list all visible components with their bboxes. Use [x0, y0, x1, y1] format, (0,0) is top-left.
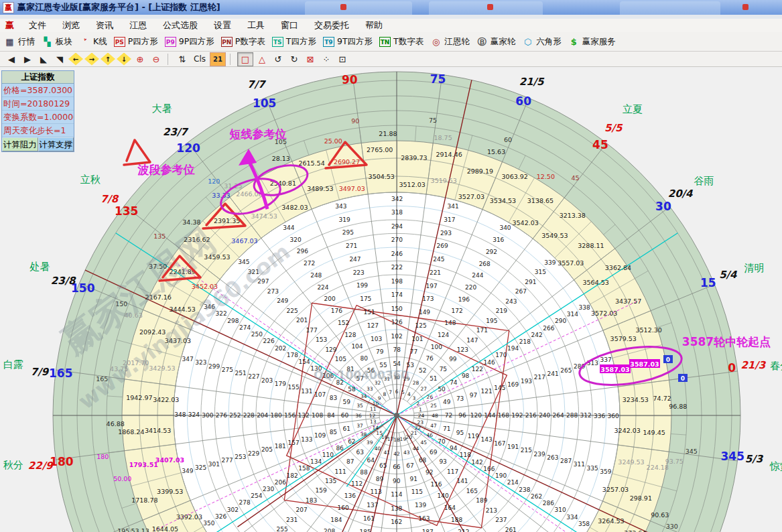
- toolbar-K线[interactable]: ꜘꜘK线: [79, 36, 107, 48]
- svg-text:169: 169: [507, 381, 519, 388]
- toolbar-P四方形[interactable]: PSP四方形: [114, 36, 158, 48]
- toolbar-separator: [168, 54, 172, 65]
- svg-text:3489.53: 3489.53: [307, 185, 333, 192]
- box-x-icon[interactable]: ⊠: [303, 53, 318, 66]
- svg-text:1644.05: 1644.05: [152, 525, 178, 532]
- svg-text:159: 159: [316, 487, 327, 494]
- updown-icon[interactable]: ⇅: [175, 53, 190, 66]
- angle-ring-label: 180: [96, 453, 109, 460]
- toolbar-六角形[interactable]: ⬡六角形: [522, 36, 562, 48]
- pan-down-icon[interactable]: ↓: [117, 53, 131, 66]
- pan-up-icon[interactable]: ↑: [101, 53, 115, 66]
- toolbar-赢家服务[interactable]: $赢家服务: [568, 36, 616, 48]
- svg-text:74.72: 74.72: [653, 395, 671, 402]
- svg-text:115: 115: [411, 488, 423, 495]
- svg-text:3392.03: 3392.03: [176, 513, 202, 521]
- panel-date: 时间=20180129: [2, 97, 74, 111]
- nav-next-icon[interactable]: ◥: [52, 53, 67, 66]
- toolbar-P数字表[interactable]: PNP数字表: [221, 36, 265, 48]
- svg-text:1: 1: [419, 407, 422, 413]
- percent-label: 25.00: [324, 137, 342, 145]
- toolbar-T四方形[interactable]: TST四方形: [272, 36, 316, 48]
- date-label: 5/4: [719, 269, 737, 281]
- svg-text:229: 229: [248, 450, 259, 457]
- nav-last-icon[interactable]: ▶: [20, 53, 35, 66]
- svg-text:60: 60: [341, 412, 349, 419]
- svg-text:224: 224: [317, 284, 328, 291]
- svg-text:267: 267: [515, 288, 527, 295]
- rotate-ccw-icon[interactable]: ↺: [271, 53, 285, 66]
- menu-江恩[interactable]: 江恩: [121, 19, 155, 32]
- svg-text:324: 324: [188, 411, 200, 418]
- svg-text:222: 222: [391, 264, 403, 271]
- nav-first-icon[interactable]: ◀: [4, 53, 19, 66]
- svg-text:61: 61: [342, 425, 350, 432]
- svg-text:360: 360: [607, 413, 618, 419]
- angle-label: 105: [253, 96, 277, 110]
- toolbar-9T四方形[interactable]: T99T四方形: [323, 36, 373, 48]
- percent-label: 53.13: [131, 527, 149, 532]
- zoom-in-icon[interactable]: ⊕: [133, 53, 147, 66]
- svg-text:3467.03: 3467.03: [231, 237, 257, 245]
- svg-text:261: 261: [505, 527, 517, 532]
- svg-text:2989.19: 2989.19: [467, 168, 493, 175]
- svg-text:157: 157: [287, 440, 299, 446]
- svg-text:3579.53: 3579.53: [610, 335, 637, 342]
- svg-text:204: 204: [257, 412, 268, 419]
- toolbar-label: 9P四方形: [179, 36, 214, 48]
- menu-设置[interactable]: 设置: [206, 19, 239, 32]
- svg-text:65: 65: [379, 462, 387, 469]
- crosshair-icon[interactable]: ⁘: [319, 53, 334, 66]
- menu-资讯[interactable]: 资讯: [88, 19, 121, 32]
- svg-text:100: 100: [431, 344, 442, 350]
- svg-text:195: 195: [486, 318, 497, 324]
- menu-公式选股[interactable]: 公式选股: [155, 19, 206, 32]
- date-label: 20/4: [668, 188, 693, 200]
- svg-text:3257.03: 3257.03: [602, 486, 629, 493]
- toolbar-江恩轮[interactable]: ◎江恩轮: [430, 36, 470, 48]
- svg-text:17: 17: [387, 436, 394, 442]
- svg-text:126: 126: [391, 319, 403, 326]
- svg-text:11: 11: [370, 406, 377, 412]
- screen-icon[interactable]: ⊡: [335, 53, 350, 66]
- svg-text:161: 161: [363, 515, 375, 522]
- toolbar-T数字表[interactable]: TNT数字表: [379, 36, 423, 48]
- svg-text:127: 127: [367, 322, 379, 329]
- svg-text:226: 226: [263, 338, 274, 344]
- menu-bar: 赢 文件浏览资讯江恩公式选股设置工具窗口交易委托帮助: [0, 19, 782, 33]
- menu-浏览[interactable]: 浏览: [54, 19, 88, 32]
- solar-term-label: 立夏: [623, 103, 643, 115]
- svg-text:350: 350: [203, 520, 214, 527]
- toolbar-赢家轮[interactable]: Ⓑ赢家轮: [476, 36, 516, 48]
- svg-text:215: 215: [521, 447, 532, 454]
- svg-text:145: 145: [494, 385, 505, 391]
- menu-帮助[interactable]: 帮助: [357, 19, 391, 32]
- zoom-out-icon[interactable]: ⊖: [149, 53, 164, 66]
- date-label: 7/9: [31, 366, 50, 378]
- triangle-tool-icon[interactable]: △: [255, 53, 269, 66]
- svg-text:216: 216: [525, 412, 537, 419]
- watermark-text: QQ:100400360: [314, 369, 409, 382]
- calc-support-button[interactable]: 计算支撑: [38, 137, 74, 151]
- toolbar-行情[interactable]: ▦行情: [4, 36, 35, 48]
- menu-窗口[interactable]: 窗口: [273, 19, 306, 32]
- toolbar-板块[interactable]: ▚板块: [42, 36, 72, 48]
- svg-text:109: 109: [314, 432, 326, 439]
- toolbar-9P四方形[interactable]: P99P四方形: [165, 36, 214, 48]
- svg-text:55: 55: [379, 362, 387, 369]
- menu-交易委托[interactable]: 交易委托: [306, 19, 357, 32]
- svg-text:87: 87: [346, 458, 354, 465]
- rect-tool-icon[interactable]: □: [237, 52, 253, 66]
- rotate-cw-icon[interactable]: ↻: [287, 53, 302, 66]
- cls-button[interactable]: Cls: [191, 53, 208, 66]
- calc-resistance-button[interactable]: 计算阻力: [2, 137, 38, 151]
- pan-right-icon[interactable]: →: [84, 53, 99, 66]
- pan-left-icon[interactable]: ←: [68, 53, 83, 66]
- calendar-icon[interactable]: 21: [210, 52, 226, 66]
- menu-工具[interactable]: 工具: [239, 19, 273, 32]
- svg-text:3063.92: 3063.92: [502, 173, 528, 180]
- svg-text:252: 252: [229, 412, 241, 419]
- nav-prev-icon[interactable]: ◣: [36, 53, 51, 66]
- menu-文件[interactable]: 文件: [21, 19, 54, 32]
- svg-text:220: 220: [465, 284, 476, 291]
